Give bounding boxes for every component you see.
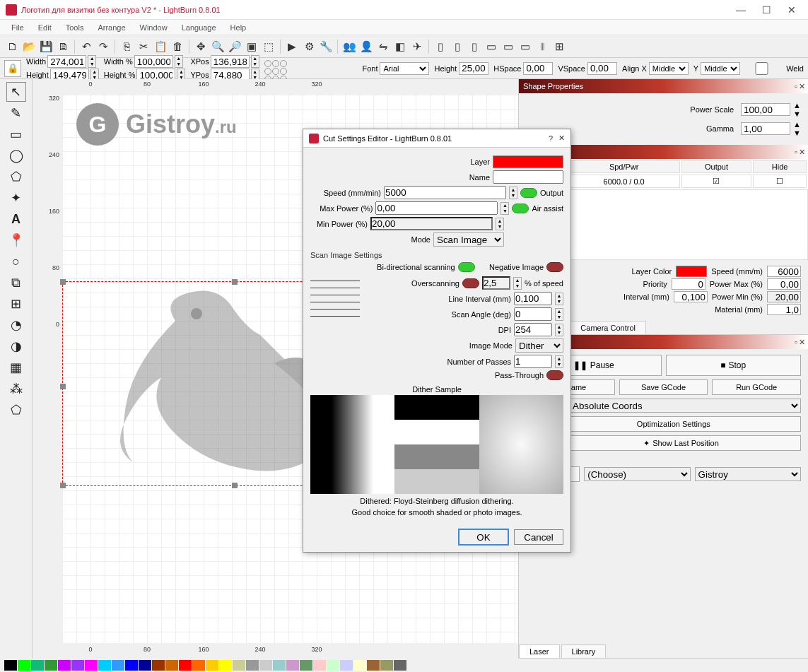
menu-edit[interactable]: Edit bbox=[33, 22, 57, 33]
copy-icon[interactable]: ⎘ bbox=[119, 39, 134, 54]
color-swatch[interactable] bbox=[394, 660, 406, 671]
font-select[interactable]: Arial bbox=[380, 62, 429, 75]
menu-tools[interactable]: Tools bbox=[60, 22, 90, 33]
color-swatch[interactable] bbox=[98, 660, 111, 671]
aligny-select[interactable]: Middle bbox=[701, 62, 740, 75]
wpct-input[interactable] bbox=[134, 55, 173, 68]
minimize-button[interactable]: — bbox=[730, 1, 751, 18]
zoom-out-icon[interactable]: 🔎 bbox=[227, 39, 242, 54]
redo-icon[interactable]: ↷ bbox=[95, 39, 111, 54]
pen-tool-icon[interactable]: ✎ bbox=[6, 103, 26, 123]
color-swatch[interactable] bbox=[353, 660, 366, 671]
tab-camera[interactable]: Camera Control bbox=[570, 321, 646, 334]
color-swatch[interactable] bbox=[85, 660, 98, 671]
color-swatch[interactable] bbox=[125, 660, 138, 671]
color-swatch[interactable] bbox=[58, 660, 71, 671]
over-input[interactable] bbox=[482, 276, 510, 290]
color-swatch[interactable] bbox=[139, 660, 151, 671]
close-button[interactable]: ✕ bbox=[781, 1, 802, 18]
dlg-minp-input[interactable] bbox=[370, 217, 493, 230]
cut-icon[interactable]: ✂ bbox=[136, 39, 151, 54]
panel-pin-icon[interactable]: ▫ bbox=[795, 82, 797, 91]
selection-icon[interactable]: ⬚ bbox=[261, 39, 276, 54]
device-settings-icon[interactable]: 🔧 bbox=[318, 39, 334, 54]
air-toggle[interactable] bbox=[512, 204, 529, 213]
width-spinner[interactable]: ▲▼ bbox=[88, 55, 96, 68]
save-icon[interactable]: 💾 bbox=[38, 39, 54, 54]
stop-button[interactable]: ■Stop bbox=[666, 355, 802, 376]
group-icon[interactable]: 👥 bbox=[341, 39, 357, 54]
ungroup-icon[interactable]: 👤 bbox=[358, 39, 374, 54]
new-icon[interactable]: 🗋 bbox=[4, 39, 20, 54]
dialog-help-button[interactable]: ? bbox=[549, 134, 553, 143]
undo-icon[interactable]: ↶ bbox=[78, 39, 94, 54]
bidi-toggle[interactable] bbox=[458, 262, 475, 272]
color-swatch[interactable] bbox=[380, 660, 393, 671]
dlg-maxp-input[interactable] bbox=[375, 201, 498, 215]
output-toggle[interactable] bbox=[520, 188, 537, 198]
settings-icon[interactable]: ⚙ bbox=[301, 39, 317, 54]
color-swatch[interactable] bbox=[367, 660, 380, 671]
device-select[interactable]: (Choose) bbox=[584, 467, 690, 481]
pmin-input[interactable] bbox=[767, 291, 801, 302]
sang-input[interactable] bbox=[514, 307, 552, 321]
cancel-button[interactable]: Cancel bbox=[514, 529, 563, 545]
layer-color[interactable] bbox=[493, 155, 563, 168]
array-tool-icon[interactable]: ⊞ bbox=[6, 294, 26, 314]
color-swatch[interactable] bbox=[206, 660, 218, 671]
circle-tool-icon[interactable]: ○ bbox=[6, 252, 26, 271]
offset-tool-icon[interactable]: ⧉ bbox=[6, 273, 26, 293]
zoom-in-icon[interactable]: 🔍 bbox=[210, 39, 226, 54]
cluster-tool-icon[interactable]: ⁂ bbox=[6, 379, 26, 399]
show-last-button[interactable]: ✦ Show Last Position bbox=[561, 435, 801, 451]
color-swatch[interactable] bbox=[340, 660, 353, 671]
dpi-input[interactable] bbox=[514, 323, 552, 336]
priority-input[interactable] bbox=[672, 278, 705, 290]
align-left-icon[interactable]: ▯ bbox=[433, 39, 448, 54]
dlg-speed-input[interactable] bbox=[384, 186, 506, 199]
panel-close-icon[interactable]: ✕ bbox=[799, 82, 805, 91]
speed-input[interactable] bbox=[767, 266, 801, 277]
color-swatch[interactable] bbox=[4, 660, 17, 671]
color-swatch[interactable] bbox=[179, 660, 192, 671]
zoom-fit-icon[interactable]: ▣ bbox=[244, 39, 259, 54]
open-icon[interactable]: 📂 bbox=[21, 39, 37, 54]
color-swatch[interactable] bbox=[300, 660, 312, 671]
color-swatch[interactable] bbox=[233, 660, 245, 671]
dialog-close-button[interactable]: ✕ bbox=[558, 134, 565, 143]
select-tool-icon[interactable]: ↖ bbox=[6, 82, 26, 102]
layer-color-swatch[interactable] bbox=[676, 266, 707, 277]
weld-tool-icon[interactable]: ◑ bbox=[6, 336, 26, 356]
maximize-button[interactable]: ☐ bbox=[756, 1, 777, 18]
material-input[interactable] bbox=[767, 304, 801, 315]
color-swatch[interactable] bbox=[192, 660, 205, 671]
menu-language[interactable]: Language bbox=[176, 22, 222, 33]
color-swatch[interactable] bbox=[45, 660, 57, 671]
color-swatch[interactable] bbox=[313, 660, 326, 671]
grid-tool-icon[interactable]: ▦ bbox=[6, 358, 26, 377]
marker-tool-icon[interactable]: 📍 bbox=[6, 230, 26, 250]
color-swatch[interactable] bbox=[18, 660, 30, 671]
align-top-icon[interactable]: ▭ bbox=[484, 39, 499, 54]
wpct-spinner[interactable]: ▲▼ bbox=[175, 55, 183, 68]
flip-h-icon[interactable]: ⇋ bbox=[375, 39, 391, 54]
align-right-icon[interactable]: ▯ bbox=[467, 39, 482, 54]
mode-select[interactable]: Scan Image bbox=[433, 232, 504, 247]
delete-icon[interactable]: 🗑 bbox=[170, 39, 185, 54]
color-swatch[interactable] bbox=[219, 660, 232, 671]
boolean-tool-icon[interactable]: ◔ bbox=[6, 315, 26, 335]
name-input[interactable] bbox=[493, 170, 563, 184]
shape-properties-header[interactable]: Shape Properties ▫✕ bbox=[519, 79, 808, 93]
profile-select[interactable]: Gistroy bbox=[695, 467, 801, 481]
paste-icon[interactable]: 📋 bbox=[153, 39, 168, 54]
run-gcode-button[interactable]: Run GCode bbox=[712, 379, 801, 395]
align-middle-icon[interactable]: ▭ bbox=[500, 39, 516, 54]
lint-input[interactable] bbox=[514, 292, 552, 305]
interval-input[interactable] bbox=[674, 291, 708, 302]
xpos-spinner[interactable]: ▲▼ bbox=[251, 55, 259, 68]
vspace-input[interactable] bbox=[587, 62, 617, 75]
weld-checkbox[interactable] bbox=[742, 62, 781, 75]
color-swatch[interactable] bbox=[327, 660, 339, 671]
ok-button[interactable]: OK bbox=[459, 529, 508, 545]
color-swatch[interactable] bbox=[31, 660, 44, 671]
